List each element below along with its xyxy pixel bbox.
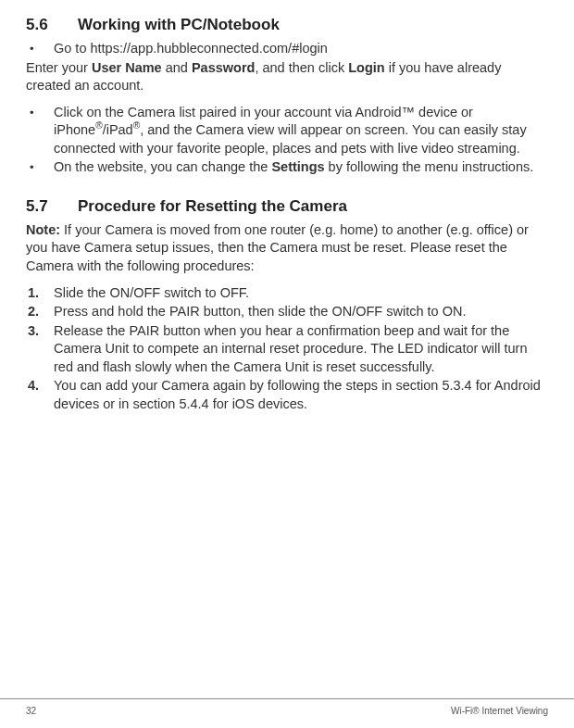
username-label: User Name xyxy=(92,60,162,75)
login-label: Login xyxy=(348,60,384,75)
page-footer: 32 Wi-Fi® Internet Viewing xyxy=(0,698,574,718)
list-number: 4. xyxy=(26,377,54,395)
heading-5-6-number: 5.6 xyxy=(26,15,78,36)
list-number: 1. xyxy=(26,284,54,303)
heading-5-6: 5.6Working with PC/Notebook xyxy=(26,15,548,36)
list-item: 4. You can add your Camera again by foll… xyxy=(26,377,548,413)
note-paragraph: Note: If your Camera is moved from one r… xyxy=(26,221,548,276)
text: Go to xyxy=(54,41,91,56)
heading-5-7-title: Procedure for Resetting the Camera xyxy=(78,197,347,215)
login-url: https://app.hubbleconnected.com/#login xyxy=(91,41,328,56)
bullet-marker: • xyxy=(26,158,54,177)
footer-right: Wi-Fi® Internet Viewing xyxy=(451,705,548,718)
list-body: Press and hold the PAIR button, then sli… xyxy=(54,303,548,321)
text: by following the menu instructions. xyxy=(325,159,534,174)
bullet-item: • On the website, you can change the Set… xyxy=(26,158,548,177)
heading-5-7-number: 5.7 xyxy=(26,196,78,218)
list-item: 1. Slide the ON/OFF switch to OFF. xyxy=(26,284,548,303)
bullet-marker: • xyxy=(26,40,54,58)
list-body: Slide the ON/OFF switch to OFF. xyxy=(54,284,548,303)
text: and xyxy=(162,60,192,75)
paragraph: Enter your User Name and Password, and t… xyxy=(26,59,548,95)
text: , and then click xyxy=(255,60,348,75)
list-body: You can add your Camera again by followi… xyxy=(54,377,548,413)
document-page: 5.6Working with PC/Notebook • Go to http… xyxy=(0,0,574,728)
list-number: 3. xyxy=(26,322,54,341)
bullet-body: Click on the Camera list paired in your … xyxy=(54,104,548,158)
bullet-item: • Go to https://app.hubbleconnected.com/… xyxy=(26,40,548,58)
note-body: If your Camera is moved from one router … xyxy=(26,222,529,273)
bullet-marker: • xyxy=(26,104,54,122)
list-item: 3. Release the PAIR button when you hear… xyxy=(26,322,548,377)
list-body: Release the PAIR button when you hear a … xyxy=(54,322,548,377)
bullet-body: On the website, you can change the Setti… xyxy=(54,158,548,177)
heading-5-7: 5.7Procedure for Resetting the Camera xyxy=(26,196,548,218)
password-label: Password xyxy=(192,60,256,75)
text: On the website, you can change the xyxy=(54,159,271,174)
note-label: Note: xyxy=(26,222,60,237)
settings-label: Settings xyxy=(271,159,324,174)
bullet-body: Go to https://app.hubbleconnected.com/#l… xyxy=(54,40,548,58)
list-number: 2. xyxy=(26,303,54,321)
heading-5-6-title: Working with PC/Notebook xyxy=(78,16,280,33)
page-number: 32 xyxy=(26,705,36,718)
registered-mark-icon: ® xyxy=(95,120,102,131)
text: /iPad xyxy=(103,122,133,137)
text: Enter your xyxy=(26,60,92,75)
list-item: 2. Press and hold the PAIR button, then … xyxy=(26,303,548,321)
bullet-item: • Click on the Camera list paired in you… xyxy=(26,104,548,158)
